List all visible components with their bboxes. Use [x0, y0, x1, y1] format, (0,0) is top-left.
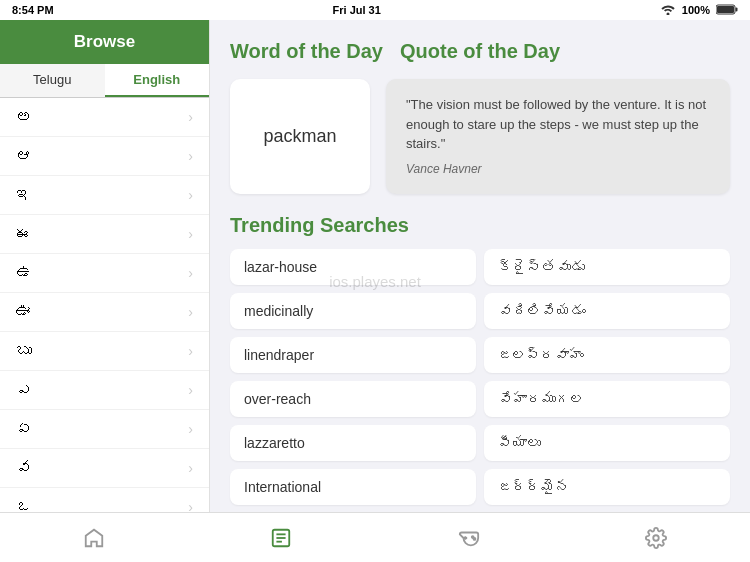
svg-rect-1: [717, 6, 734, 13]
trending-item-te[interactable]: పీయాలు: [484, 425, 730, 461]
trending-item-te[interactable]: వదిలివేయడం: [484, 293, 730, 329]
sidebar-item-label: బుు: [16, 342, 32, 360]
chevron-right-icon: ›: [188, 460, 193, 476]
sidebar-item[interactable]: అ›: [0, 98, 209, 137]
battery-label: 100%: [682, 4, 710, 16]
sidebar-item[interactable]: ఏ›: [0, 410, 209, 449]
sidebar: Browse Telugu English అ›ఆ›ఇ›ఈ›ఉ›ఊ›బుు›ఎ›…: [0, 20, 210, 512]
chevron-right-icon: ›: [188, 304, 193, 320]
trending-item-en[interactable]: lazzaretto: [230, 425, 476, 461]
tab-bar: [0, 512, 750, 562]
trending-item-en[interactable]: linendraper: [230, 337, 476, 373]
trending-item-en[interactable]: medicinally: [230, 293, 476, 329]
chevron-right-icon: ›: [188, 109, 193, 125]
tab-home[interactable]: [0, 513, 188, 562]
chevron-right-icon: ›: [188, 382, 193, 398]
word-of-day-card[interactable]: packman: [230, 79, 370, 194]
sidebar-header: Browse: [0, 20, 209, 64]
tab-games[interactable]: [375, 513, 563, 562]
chevron-right-icon: ›: [188, 421, 193, 437]
status-date: Fri Jul 31: [333, 4, 381, 16]
quote-text: "The vision must be followed by the vent…: [406, 95, 710, 154]
status-time: 8:54 PM: [12, 4, 54, 16]
chevron-right-icon: ›: [188, 226, 193, 242]
trending-item-en[interactable]: International: [230, 469, 476, 505]
sidebar-item[interactable]: వ›: [0, 449, 209, 488]
sidebar-item-label: వ: [16, 459, 32, 477]
trending-label: Trending Searches: [230, 214, 730, 237]
quote-card: "The vision must be followed by the vent…: [386, 79, 730, 194]
wifi-icon: [660, 3, 676, 17]
chevron-right-icon: ›: [188, 187, 193, 203]
word-of-day-value: packman: [263, 126, 336, 147]
sidebar-item-label: అ: [16, 108, 32, 126]
trending-item-te[interactable]: జలప్రవాహం: [484, 337, 730, 373]
sidebar-item[interactable]: ఆ›: [0, 137, 209, 176]
chevron-right-icon: ›: [188, 499, 193, 512]
chevron-right-icon: ›: [188, 343, 193, 359]
battery-icon: [716, 4, 738, 17]
sidebar-item-label: ఒ: [16, 498, 32, 512]
sidebar-item[interactable]: ఉ›: [0, 254, 209, 293]
sidebar-item[interactable]: ఊ›: [0, 293, 209, 332]
trending-grid: lazar-houseక్రైస్తవుడుmedicinallyవదిలివే…: [230, 249, 730, 513]
main-content: Word of the Day Quote of the Day packman…: [210, 20, 750, 512]
section-labels-row: Word of the Day Quote of the Day: [230, 40, 730, 63]
svg-rect-2: [735, 7, 737, 11]
svg-point-9: [654, 535, 660, 541]
quote-of-day-label: Quote of the Day: [400, 40, 560, 63]
quote-author: Vance Havner: [406, 160, 710, 178]
chevron-right-icon: ›: [188, 148, 193, 164]
sidebar-item-label: ఉ: [16, 264, 32, 282]
sidebar-list: అ›ఆ›ఇ›ఈ›ఉ›ఊ›బుు›ఎ›ఏ›వ›ఒ›ఓ›జి›క›థ›గ›: [0, 98, 209, 512]
svg-point-8: [473, 538, 475, 540]
sidebar-item-label: ఏ: [16, 420, 32, 438]
tab-telugu[interactable]: Telugu: [0, 64, 105, 97]
sidebar-item-label: ఈ: [16, 225, 32, 243]
tab-list[interactable]: [188, 513, 376, 562]
top-row: packman "The vision must be followed by …: [230, 79, 730, 194]
sidebar-item[interactable]: ఒ›: [0, 488, 209, 512]
trending-item-te[interactable]: జర్ర్మైన: [484, 469, 730, 505]
sidebar-item[interactable]: ఇ›: [0, 176, 209, 215]
sidebar-item[interactable]: ఈ›: [0, 215, 209, 254]
chevron-right-icon: ›: [188, 265, 193, 281]
status-bar: 8:54 PM Fri Jul 31 100%: [0, 0, 750, 20]
word-of-day-label: Word of the Day: [230, 40, 400, 63]
sidebar-item-label: ఇ: [16, 186, 32, 204]
tab-english[interactable]: English: [105, 64, 210, 97]
sidebar-tabs: Telugu English: [0, 64, 209, 98]
trending-item-en[interactable]: lazar-house: [230, 249, 476, 285]
sidebar-item[interactable]: బుు›: [0, 332, 209, 371]
tab-settings[interactable]: [563, 513, 751, 562]
trending-item-te[interactable]: వేహారముగల: [484, 381, 730, 417]
trending-item-en[interactable]: over-reach: [230, 381, 476, 417]
sidebar-item-label: ఆ: [16, 147, 32, 165]
trending-item-te[interactable]: క్రైస్తవుడు: [484, 249, 730, 285]
sidebar-item-label: ఊ: [16, 303, 32, 321]
sidebar-item-label: ఎ: [16, 381, 32, 399]
sidebar-item[interactable]: ఎ›: [0, 371, 209, 410]
